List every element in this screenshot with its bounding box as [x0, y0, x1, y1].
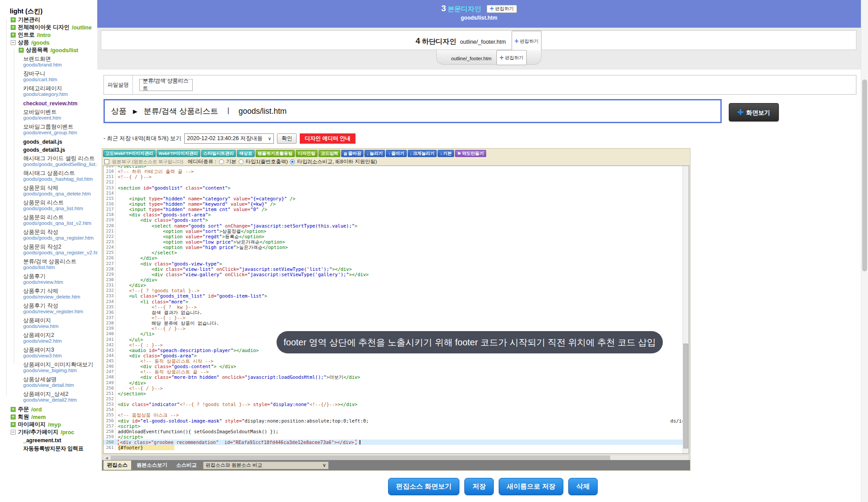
tree-file-item[interactable]: 상품후기 작성goods/review_register.htm: [0, 303, 97, 315]
tree-file-item[interactable]: 상품페이지2goods/view2.htm: [0, 332, 97, 344]
tree-file-item[interactable]: checkout_review.htm: [0, 100, 97, 107]
tree-file-path[interactable]: goods/list.htm: [23, 265, 97, 270]
tree-file-item[interactable]: 상품상세설명goods/view_detail.htm: [0, 376, 97, 388]
tree-file-name[interactable]: 분류/검색 상품리스트: [23, 258, 97, 265]
code-text[interactable]: <select name="goods_sort" onChange="java…: [118, 223, 682, 228]
code-text[interactable]: {#footer}: [118, 445, 682, 450]
tree-file-item[interactable]: 상품문의 작성2goods/goods_qna_register_v2.htm: [0, 244, 97, 256]
code-text[interactable]: <!--{ / }-->: [118, 386, 682, 391]
code-line[interactable]: 229 <div class="view-gallery" onClick="j…: [103, 272, 682, 277]
editor-vertical-scrollbar[interactable]: [682, 166, 689, 453]
code-text[interactable]: <script>: [118, 423, 682, 429]
code-text[interactable]: [118, 396, 682, 402]
tree-file-item[interactable]: 상품문의 삭제goods/goods_qna_delete.htm: [0, 185, 97, 197]
tree-file-path[interactable]: goods/goods_qna_register.htm: [23, 235, 97, 241]
code-line[interactable]: 250 <!--{ / }-->: [103, 386, 682, 391]
tree-node-label[interactable]: 전체레이아웃 디자인: [18, 24, 70, 31]
code-text[interactable]: <div class="view-gallery" onClick="javas…: [118, 272, 682, 277]
tree-file-item[interactable]: goods_detail3.js: [0, 146, 97, 154]
code-line[interactable]: 248 <div class="more-btn hidden" onclick…: [103, 374, 682, 380]
action-button-새이름으로 저장[interactable]: 새이름으로 저장: [499, 478, 563, 495]
code-text[interactable]: </section>: [118, 391, 682, 396]
tree-file-name[interactable]: 장바구니: [23, 71, 97, 77]
tree-toggle-icon[interactable]: +: [11, 17, 16, 22]
toolbar-button-줄이기[interactable]: ↑줄이기: [386, 150, 406, 157]
tree-file-path[interactable]: goods/goods_qna_list_v2.htm: [23, 220, 97, 226]
tree-toggle-icon[interactable]: +: [11, 415, 16, 419]
editor-type-radio-label[interactable]: 기본: [226, 158, 236, 165]
tree-file-item[interactable]: 카테고리페이지goods/category.htm: [0, 85, 97, 97]
toolbar-button-템플릿기초활용팁[interactable]: 템플릿기초활용팁: [256, 150, 295, 157]
tree-node-label[interactable]: 인트로: [18, 31, 35, 39]
scrollbar-thumb[interactable]: [862, 79, 867, 271]
tree-node-기본관리[interactable]: +기본관리: [0, 16, 97, 24]
tree-file-name[interactable]: 상품페이지: [23, 317, 97, 324]
code-text[interactable]: <li class="more">: [118, 299, 682, 304]
code-text[interactable]: </select>: [118, 250, 682, 255]
tree-file-path[interactable]: goods/view_bigimg.htm: [23, 368, 97, 373]
tree-file-name[interactable]: 상품문의 작성2: [23, 244, 97, 250]
tree-file-item[interactable]: 장바구니goods/cart.htm: [0, 71, 97, 83]
tree-file-path[interactable]: goods/goods_hashtag_list.htm: [23, 176, 97, 182]
code-line[interactable]: 257<script>: [103, 423, 682, 429]
tree-file-path[interactable]: goods/brand.htm: [23, 62, 97, 68]
tree-node-label[interactable]: 상품목록: [26, 46, 48, 54]
tree-file-name[interactable]: 상품후기 작성: [23, 303, 97, 309]
tree-node-마이페이지[interactable]: +마이페이지/myp: [0, 421, 97, 428]
code-text[interactable]: <!--{ ? _kw }-->: [118, 304, 682, 310]
toolbar-button-늘리기[interactable]: ↓늘리기: [364, 150, 385, 157]
code-text[interactable]: <ul class="goods_item_list" id="goods-it…: [118, 293, 682, 299]
code-line[interactable]: 252: [103, 396, 682, 402]
toolbar-button-크게늘리기[interactable]: ↓크게늘리기: [408, 150, 437, 157]
tree-file-item[interactable]: 모바일그룹형이벤트goods/event_group.htm: [0, 124, 97, 136]
code-line[interactable]: 235 <!--{ ? _kw }-->: [103, 304, 682, 310]
tree-toggle-icon[interactable]: +: [11, 407, 16, 412]
confirm-button[interactable]: 확인: [277, 133, 297, 144]
code-line[interactable]: 210<!-- 하위 카테고리 출력 끝 -->: [103, 169, 682, 174]
source-compare-select[interactable]: 편집소스와 원본소스 비교∨: [203, 461, 329, 469]
code-line[interactable]: 249 </div>: [103, 380, 682, 386]
code-line[interactable]: 233 <ul class="goods_item_list" id="good…: [103, 293, 682, 299]
code-line[interactable]: 215 <input type="hidden" name="category"…: [103, 196, 682, 201]
design-editor-guide-button[interactable]: 디자인 에디터 안내: [300, 133, 355, 144]
tree-file-item[interactable]: 상품페이지_이미지확대보기goods/view_bigimg.htm: [0, 361, 97, 373]
toolbar-button-코드입력[interactable]: 코드입력: [318, 150, 340, 157]
tree-file-path[interactable]: goods/review_register.htm: [23, 309, 97, 315]
screen-preview-button[interactable]: ✛화면보기: [729, 103, 779, 121]
page-vertical-scrollbar[interactable]: [861, 0, 868, 502]
tree-file-path[interactable]: goods/event_group.htm: [23, 130, 97, 136]
tab-원본소스보기[interactable]: 원본소스보기: [133, 461, 171, 470]
tree-file-name[interactable]: 모바일그룹형이벤트: [23, 124, 97, 130]
tree-node-전체레이아웃 디자인[interactable]: +전체레이아웃 디자인/outline: [0, 24, 97, 31]
file-description-input[interactable]: 분류/검색 상품리스트: [139, 79, 193, 91]
tree-node-label[interactable]: 기본관리: [18, 16, 40, 24]
tree-file-path[interactable]: goods/goods_guidedSelling_list.htm: [23, 162, 97, 167]
tree-file-name[interactable]: 상품후기 삭제: [23, 288, 97, 294]
code-text[interactable]: <option value="sort">상품정렬</option>: [118, 228, 682, 234]
tree-file-item[interactable]: 자동등록방지문자 입력표: [0, 445, 97, 452]
tree-file-name[interactable]: 상품문의 삭제: [23, 185, 97, 191]
tree-node-label[interactable]: 기타/추가페이지: [18, 428, 58, 436]
tree-node-회원[interactable]: +회원/mem: [0, 413, 97, 421]
edit-footer-design-button[interactable]: ✛ 편집하기: [512, 31, 542, 51]
editor-type-radio[interactable]: [290, 159, 295, 164]
code-line[interactable]: 258addOnloadEvent(function(){ setGoodsIm…: [103, 429, 682, 434]
tree-file-name[interactable]: 상품후기: [23, 273, 97, 279]
code-line[interactable]: 217 <input type="hidden" name="item_cnt"…: [103, 207, 682, 212]
code-text[interactable]: <!-- 품절상품 마스크 -->: [118, 412, 682, 418]
code-line[interactable]: 254: [103, 407, 682, 412]
code-line[interactable]: 246 <div class="goods-content"> </div>: [103, 364, 682, 369]
code-text[interactable]: </div>: [118, 380, 682, 386]
code-lines[interactable]: 209</section>210<!-- 하위 카테고리 출력 끝 -->211…: [103, 166, 682, 453]
tree-node-상품목록[interactable]: +상품목록/goods/list: [0, 46, 97, 54]
editor-type-radio[interactable]: [239, 159, 244, 164]
tree-file-path[interactable]: goods/goods_qna_delete.htm: [23, 191, 97, 197]
code-text[interactable]: [118, 407, 682, 412]
code-text[interactable]: <option value="regdt">등록순</option>: [118, 234, 682, 239]
tree-file-item[interactable]: 상품페이지3goods/view3.htm: [0, 347, 97, 359]
tree-toggle-icon[interactable]: −: [11, 40, 16, 45]
footer-token-highlight[interactable]: {#footer}: [118, 445, 174, 450]
code-line[interactable]: 261{#footer}: [103, 445, 682, 450]
tree-file-name[interactable]: 상품페이지_상세2: [23, 391, 97, 397]
tree-node-label[interactable]: 상품: [18, 39, 29, 46]
